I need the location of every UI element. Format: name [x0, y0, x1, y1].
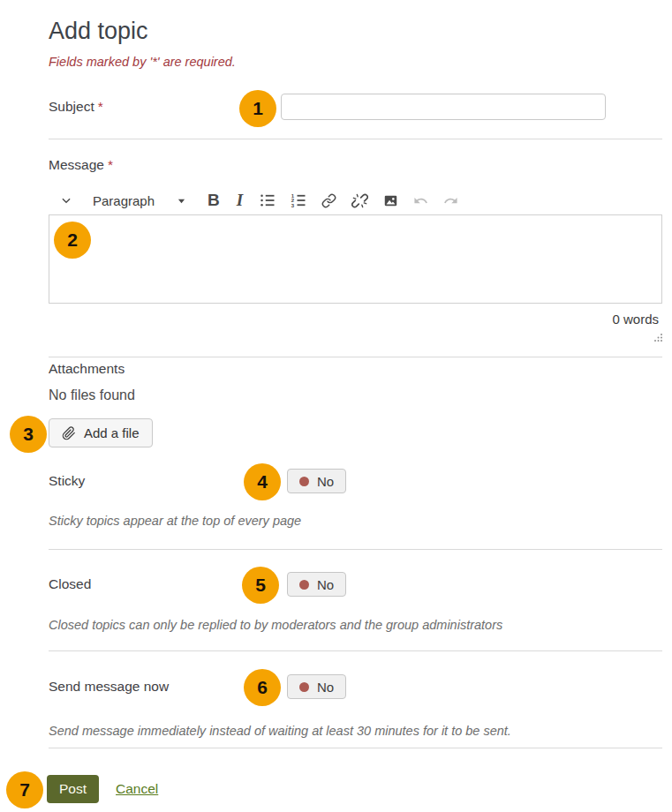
send-message-now-row: Send message now No	[49, 674, 662, 699]
closed-description: Closed topics can only be replied to by …	[49, 618, 662, 632]
callout-badge-5: 5	[242, 567, 279, 604]
callout-badge-6: 6	[244, 669, 281, 706]
chevron-down-icon	[60, 194, 72, 207]
add-file-label: Add a file	[84, 425, 140, 440]
message-required-marker: *	[108, 157, 113, 172]
paperclip-icon	[62, 426, 76, 440]
message-label-group: Message*	[49, 157, 662, 173]
subject-required-marker: *	[98, 99, 103, 114]
editor-resize-handle[interactable]	[653, 330, 663, 346]
bold-button[interactable]: B	[208, 191, 220, 210]
subject-row: Subject*	[49, 94, 662, 120]
callout-badge-1: 1	[239, 90, 276, 127]
paragraph-format-dropdown[interactable]: Paragraph	[87, 193, 193, 208]
redo-icon	[443, 193, 458, 208]
sticky-row: Sticky No	[49, 469, 662, 493]
callout-badge-3: 3	[10, 416, 47, 453]
sticky-toggle[interactable]: No	[287, 469, 346, 493]
cancel-link[interactable]: Cancel	[116, 781, 158, 797]
required-fields-note: Fields marked by '*' are required.	[49, 55, 662, 69]
subject-label: Subject	[49, 99, 94, 114]
attachments-empty-text: No files found	[49, 387, 662, 403]
callout-badge-2: 2	[54, 222, 91, 259]
resize-grip-icon	[653, 333, 663, 342]
divider	[49, 650, 662, 651]
send-message-now-toggle-state: No	[317, 680, 334, 695]
closed-row: Closed No	[49, 572, 662, 597]
message-editor-area[interactable]	[49, 214, 662, 304]
paragraph-caret-icon	[177, 197, 185, 205]
callout-badge-4: 4	[244, 463, 281, 500]
divider	[49, 357, 662, 357]
divider	[49, 139, 662, 139]
word-count: 0 words	[49, 312, 662, 327]
send-message-now-description: Send message immediately instead of wait…	[49, 724, 662, 738]
toggle-off-dot-icon	[299, 477, 309, 486]
toggle-off-dot-icon	[299, 682, 309, 692]
divider	[49, 748, 662, 748]
image-icon	[383, 193, 398, 208]
unlink-icon	[351, 192, 368, 209]
callout-badge-7: 7	[6, 771, 43, 808]
closed-toggle-state: No	[317, 577, 334, 592]
message-label: Message	[49, 157, 104, 172]
insert-link-button[interactable]	[321, 193, 336, 208]
bullet-list-icon	[260, 192, 276, 208]
post-button[interactable]: Post	[47, 775, 99, 803]
svg-text:3: 3	[291, 203, 295, 208]
send-message-now-toggle[interactable]: No	[287, 674, 346, 699]
italic-button[interactable]: I	[235, 191, 245, 210]
add-file-button[interactable]: Add a file	[49, 418, 153, 447]
remove-link-button[interactable]	[351, 192, 368, 209]
bullet-list-button[interactable]	[260, 192, 276, 208]
link-icon	[321, 193, 336, 208]
paragraph-format-label: Paragraph	[93, 193, 155, 208]
closed-toggle[interactable]: No	[287, 572, 346, 597]
form-footer: Post Cancel	[47, 775, 158, 803]
insert-image-button[interactable]	[383, 193, 398, 208]
numbered-list-button[interactable]: 123	[291, 192, 306, 208]
divider	[49, 549, 662, 550]
add-topic-page: Add topic Fields marked by '*' are requi…	[0, 0, 672, 812]
toolbar-collapse-button[interactable]	[60, 194, 72, 207]
page-title: Add topic	[49, 18, 662, 45]
undo-icon	[413, 193, 428, 208]
attachments-label: Attachments	[49, 361, 662, 377]
sticky-toggle-state: No	[317, 474, 334, 489]
redo-button[interactable]	[443, 193, 458, 208]
sticky-description: Sticky topics appear at the top of every…	[49, 514, 662, 528]
editor-toolbar: Paragraph B I 123	[49, 186, 662, 214]
undo-button[interactable]	[413, 193, 428, 208]
subject-input[interactable]	[281, 94, 606, 120]
toggle-off-dot-icon	[299, 580, 309, 590]
numbered-list-icon: 123	[291, 192, 306, 208]
